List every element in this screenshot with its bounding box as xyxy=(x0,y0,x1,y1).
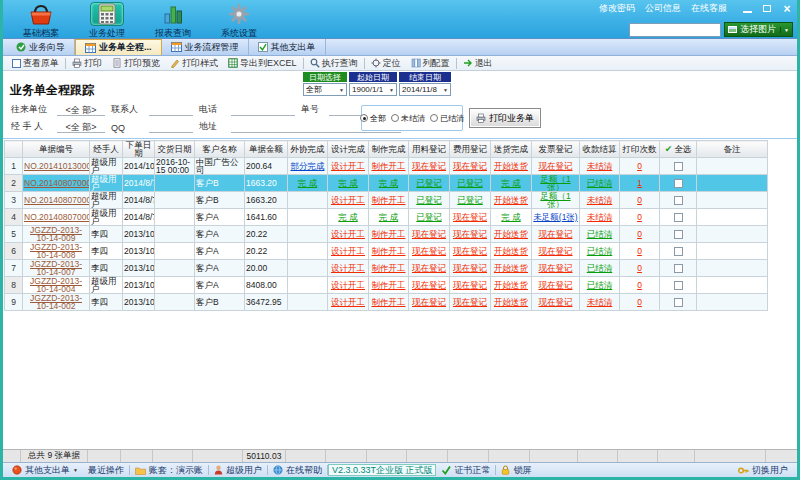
status-link[interactable]: 0 xyxy=(637,195,642,205)
status-link[interactable]: 制作开工 xyxy=(372,195,406,205)
order-link[interactable]: NO.201408070002 xyxy=(24,195,90,205)
status-link[interactable]: 完 成 xyxy=(501,212,520,222)
status-link[interactable]: 完 成 xyxy=(298,178,317,188)
row-checkbox[interactable] xyxy=(674,281,683,290)
row-checkbox[interactable] xyxy=(674,298,683,307)
column-header[interactable]: 送货完成 xyxy=(491,141,532,158)
status-link[interactable]: 完 成 xyxy=(338,178,357,188)
status-link[interactable]: 现在登记 xyxy=(412,280,446,290)
status-link[interactable]: 0 xyxy=(637,280,642,290)
statusbar-item-cert-status[interactable]: 证书正常 xyxy=(436,464,495,477)
status-link[interactable]: 开始送货 xyxy=(494,246,528,256)
status-link[interactable]: 已登记 xyxy=(457,195,483,205)
column-header[interactable]: 外协完成 xyxy=(288,141,328,158)
toolbar-button-locate[interactable]: 定位 xyxy=(366,57,406,70)
status-link[interactable]: 足额（1张） xyxy=(540,175,570,192)
statusbar-item-lock-screen[interactable]: 锁屏 xyxy=(496,464,536,477)
column-header[interactable]: 下单日期 xyxy=(123,141,155,158)
toolbar-button-execute-query[interactable]: 执行查询 xyxy=(305,57,363,70)
status-link[interactable]: 已结清 xyxy=(587,280,613,290)
status-link[interactable]: 已结清 xyxy=(587,246,613,256)
table-row[interactable]: 2NO.201408070003超级用户2014/8/7客户B1663.20完 … xyxy=(5,175,768,192)
order-link[interactable]: NO.201408070003 xyxy=(24,178,90,188)
status-link[interactable]: 已结清 xyxy=(587,263,613,273)
nav-item-basic-archive[interactable]: 基础档案 xyxy=(15,0,67,40)
link-company-info[interactable]: 公司信息 xyxy=(645,2,681,15)
status-link[interactable]: 开始送货 xyxy=(494,195,528,205)
column-header[interactable]: 交货日期 xyxy=(155,141,195,158)
table-row[interactable]: 7JGZZD-2013-10-14-007李四2013/10/14客户A20.0… xyxy=(5,260,768,277)
status-link[interactable]: 现在登记 xyxy=(412,246,446,256)
status-link[interactable]: 制作开工 xyxy=(372,297,406,307)
status-link[interactable]: 1 xyxy=(637,178,642,188)
toolbar-button-print[interactable]: 打印 xyxy=(67,57,107,70)
status-link[interactable]: 部分完成 xyxy=(291,161,325,171)
order-link[interactable]: JGZZD-2013-10-14-002 xyxy=(30,294,82,311)
status-link[interactable]: 制作开工 xyxy=(372,246,406,256)
order-link[interactable]: JGZZD-2013-10-14-009 xyxy=(30,226,82,243)
row-checkbox[interactable] xyxy=(674,230,683,239)
order-link[interactable]: JGZZD-2013-10-14-008 xyxy=(30,243,82,260)
image-search-input[interactable] xyxy=(629,23,721,37)
status-link[interactable]: 设计开工 xyxy=(331,195,365,205)
status-link[interactable]: 完 成 xyxy=(379,178,398,188)
status-link[interactable]: 0 xyxy=(637,263,642,273)
status-link[interactable]: 现在登记 xyxy=(412,229,446,239)
status-link[interactable]: 开始送货 xyxy=(494,229,528,239)
status-link[interactable]: 现在登记 xyxy=(453,280,487,290)
status-link[interactable]: 未结清 xyxy=(587,212,613,222)
toolbar-button-print-preview[interactable]: 打印预览 xyxy=(107,57,165,70)
row-checkbox[interactable] xyxy=(674,264,683,273)
column-header[interactable]: 打印次数 xyxy=(620,141,660,158)
status-link[interactable]: 制作开工 xyxy=(372,161,406,171)
status-link[interactable]: 足额（1张） xyxy=(540,192,570,209)
column-header[interactable]: 发票登记 xyxy=(532,141,580,158)
statusbar-item-switch-user[interactable]: 切换用户 xyxy=(733,464,793,477)
order-link[interactable]: NO.201410130001 xyxy=(24,161,90,171)
status-link[interactable]: 现在登记 xyxy=(412,297,446,307)
status-link[interactable]: 0 xyxy=(637,246,642,256)
radio-unsettled[interactable]: 未结清 xyxy=(391,113,425,124)
status-link[interactable]: 现在登记 xyxy=(539,280,573,290)
status-link[interactable]: 现在登记 xyxy=(539,297,573,307)
handler-field[interactable]: <全 部> xyxy=(57,121,105,133)
status-link[interactable]: 现在登记 xyxy=(453,229,487,239)
status-link[interactable]: 现在登记 xyxy=(539,161,573,171)
start-date-select[interactable]: 1900/1/1▼ xyxy=(349,83,397,96)
restore-icon[interactable] xyxy=(761,3,773,14)
contact-field[interactable] xyxy=(149,104,193,116)
status-link[interactable]: 开始送货 xyxy=(494,263,528,273)
status-link[interactable]: 现在登记 xyxy=(453,246,487,256)
status-link[interactable]: 设计开工 xyxy=(331,263,365,273)
order-link[interactable]: NO.201408070001 xyxy=(24,212,90,222)
status-link[interactable]: 设计开工 xyxy=(331,246,365,256)
status-link[interactable]: 已登记 xyxy=(457,178,483,188)
radio-settled[interactable]: 已结清 xyxy=(430,113,464,124)
row-checkbox[interactable] xyxy=(674,196,683,205)
status-link[interactable]: 已结清 xyxy=(587,178,613,188)
minimize-icon[interactable] xyxy=(741,3,753,14)
table-row[interactable]: 9JGZZD-2013-10-14-002李四2013/10/14客户B3647… xyxy=(5,294,768,311)
status-link[interactable]: 现在登记 xyxy=(539,229,573,239)
tab-business-wizard[interactable]: 业务向导 xyxy=(7,39,75,55)
status-link[interactable]: 设计开工 xyxy=(331,161,365,171)
status-link[interactable]: 开始送货 xyxy=(494,297,528,307)
print-order-button[interactable]: 打印业务单 xyxy=(469,108,541,128)
phone-field[interactable] xyxy=(231,104,295,116)
qq-field[interactable] xyxy=(149,121,193,133)
nav-item-system-settings[interactable]: 系统设置 xyxy=(213,0,265,40)
status-link[interactable]: 现在登记 xyxy=(539,263,573,273)
row-checkbox[interactable] xyxy=(674,179,683,188)
status-link[interactable]: 设计开工 xyxy=(331,280,365,290)
statusbar-item-current-user[interactable]: 超级用户 xyxy=(209,464,267,477)
status-link[interactable]: 现在登记 xyxy=(453,161,487,171)
choose-image-button[interactable]: 选择图片▼ xyxy=(724,22,793,37)
counterparty-field[interactable]: <全 部> xyxy=(57,104,105,116)
toolbar-button-view-original[interactable]: 查看原单 xyxy=(7,57,64,70)
statusbar-item-account-set[interactable]: 账套：演示账 xyxy=(130,464,208,477)
status-link[interactable]: 0 xyxy=(637,161,642,171)
order-link[interactable]: JGZZD-2013-10-14-004 xyxy=(30,277,82,294)
table-row[interactable]: 8JGZZD-2013-10-14-004超级用户2013/10/14客户A84… xyxy=(5,277,768,294)
status-link[interactable]: 已登记 xyxy=(416,195,442,205)
status-link[interactable]: 现在登记 xyxy=(453,212,487,222)
